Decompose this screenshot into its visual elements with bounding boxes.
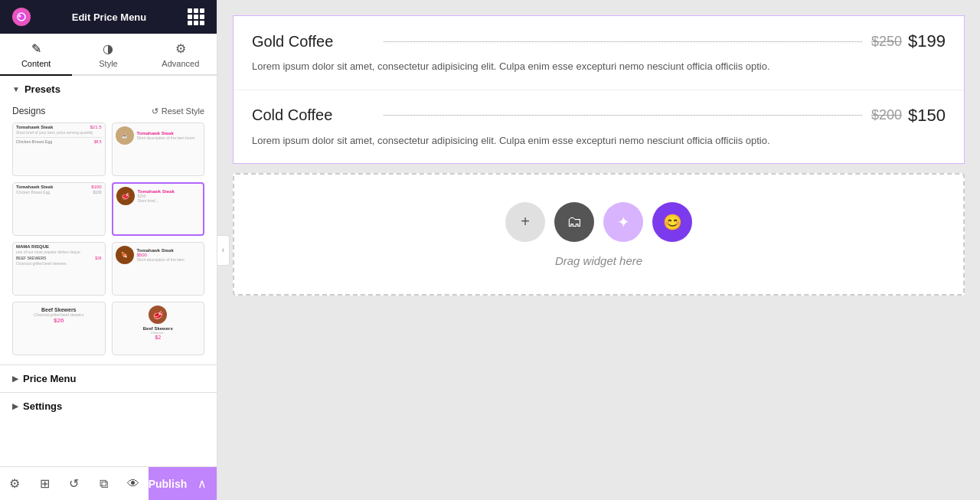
copy-button[interactable]: ⧉ <box>89 467 119 501</box>
tab-content-label: Content <box>21 59 51 68</box>
chevron-up-button[interactable]: ∧ <box>187 467 217 501</box>
panel-header: Edit Price Menu <box>0 0 217 34</box>
price-values-2: $200 $150 <box>871 106 946 126</box>
preview-button[interactable]: 👁 <box>119 467 149 501</box>
settings-section: ▶ Settings <box>0 392 217 420</box>
settings-label: Settings <box>23 400 62 412</box>
tab-advanced[interactable]: ⚙ Advanced <box>145 34 217 76</box>
design-card-4[interactable]: Design 4 🥩 Tomahawk Steak $250 Short bri… <box>112 182 205 236</box>
settings-button[interactable]: ⚙ <box>0 467 30 501</box>
reset-style-button[interactable]: ↺ Reset Style <box>152 106 204 116</box>
tab-content[interactable]: ✎ Content <box>0 34 72 76</box>
item-name-cold-coffee: Cold Coffee <box>252 106 374 124</box>
bottom-bar: ⚙ ⊞ ↺ ⧉ 👁 Publish ∧ <box>0 466 217 500</box>
price-old-gold-coffee: $250 <box>871 34 902 50</box>
style-icon: ◑ <box>103 41 113 56</box>
price-menu-arrow-icon: ▶ <box>12 374 18 383</box>
grid-icon[interactable] <box>188 8 204 25</box>
content-icon: ✎ <box>31 41 41 56</box>
price-item-gold-coffee: Gold Coffee $250 $199 Lorem ipsum dolor … <box>234 16 964 90</box>
panel-title: Edit Price Menu <box>72 11 147 23</box>
design-card-7[interactable]: Beef Skewers Charcoal grilled beef skewe… <box>12 302 106 355</box>
price-menu-widget: Gold Coffee $250 $199 Lorem ipsum dolor … <box>233 15 965 164</box>
layers-button[interactable]: ⊞ <box>30 467 60 501</box>
presets-arrow-icon: ▼ <box>12 85 20 93</box>
tab-style-label: Style <box>99 59 117 68</box>
collapse-handle[interactable]: ‹ <box>217 235 230 266</box>
add-widget-button[interactable]: + <box>505 202 545 242</box>
tab-advanced-label: Advanced <box>162 59 199 68</box>
tab-bar: ✎ Content ◑ Style ⚙ Advanced <box>0 34 217 76</box>
item-desc-gold-coffee: Lorem ipsum dolor sit amet, consectetur … <box>252 59 946 74</box>
publish-button[interactable]: Publish <box>149 467 188 501</box>
design-card-8[interactable]: 🥩 Beef Skewers Charcoal... $2 <box>112 302 205 355</box>
price-menu-label: Price Menu <box>23 373 76 384</box>
price-item-cold-coffee: Cold Coffee $200 $150 Lorem ipsum dolor … <box>234 90 964 164</box>
design-grid: Tomahawk Steak $21.5 Short brief of your… <box>0 123 217 364</box>
design-card-3[interactable]: Tomahawk Steak $100 Chicken Breast Egg $… <box>12 182 106 236</box>
settings-header[interactable]: ▶ Settings <box>0 393 217 420</box>
drop-zone[interactable]: + 🗂 ✦ 😊 Drag widget here <box>233 173 965 296</box>
item-desc-cold-coffee: Lorem ipsum dolor sit amet, consectetur … <box>252 133 946 149</box>
history-button[interactable]: ↺ <box>59 467 89 501</box>
panel-body: ▼ Presets Designs ↺ Reset Style Tomahawk… <box>0 76 217 466</box>
folder-button[interactable]: 🗂 <box>554 202 594 242</box>
svg-point-1 <box>19 15 21 18</box>
price-old-cold-coffee: $200 <box>871 107 902 123</box>
main-area: ‹ Gold Coffee $250 $199 Lorem ipsum dolo… <box>217 0 980 500</box>
designs-label: Designs <box>12 106 45 116</box>
left-panel: Edit Price Menu ✎ Content ◑ Style ⚙ Adva… <box>0 0 217 500</box>
designs-row: Designs ↺ Reset Style <box>0 103 217 123</box>
item-name-gold-coffee: Gold Coffee <box>252 33 374 51</box>
price-values-1: $250 $199 <box>871 31 946 51</box>
drop-zone-label: Drag widget here <box>555 254 642 267</box>
price-dots-1 <box>384 41 862 42</box>
design-card-2[interactable]: ☕ Tomahawk Steak Short description of th… <box>112 123 205 176</box>
presets-label: Presets <box>24 83 60 95</box>
emoji-button[interactable]: 😊 <box>652 202 692 242</box>
price-menu-section: ▶ Price Menu <box>0 364 217 392</box>
price-new-gold-coffee: $199 <box>908 31 946 51</box>
price-dots-2 <box>384 115 862 116</box>
tab-style[interactable]: ◑ Style <box>72 34 144 76</box>
ai-button[interactable]: ✦ <box>603 202 643 242</box>
presets-section-header[interactable]: ▼ Presets <box>0 76 217 103</box>
design-card-1[interactable]: Tomahawk Steak $21.5 Short brief of your… <box>12 123 106 176</box>
advanced-icon: ⚙ <box>175 41 186 56</box>
price-menu-header[interactable]: ▶ Price Menu <box>0 365 217 392</box>
price-new-cold-coffee: $150 <box>908 106 946 126</box>
logo-icon <box>12 8 31 26</box>
drop-zone-buttons: + 🗂 ✦ 😊 <box>505 202 692 242</box>
design-card-6[interactable]: 🍖 Tomahawk Steak $500 Short description … <box>112 242 205 296</box>
design-card-5[interactable]: MAMA RISQUE one of our most popular dish… <box>12 242 106 296</box>
reset-icon: ↺ <box>152 106 158 116</box>
settings-arrow-icon: ▶ <box>12 402 18 410</box>
svg-point-0 <box>18 13 25 21</box>
